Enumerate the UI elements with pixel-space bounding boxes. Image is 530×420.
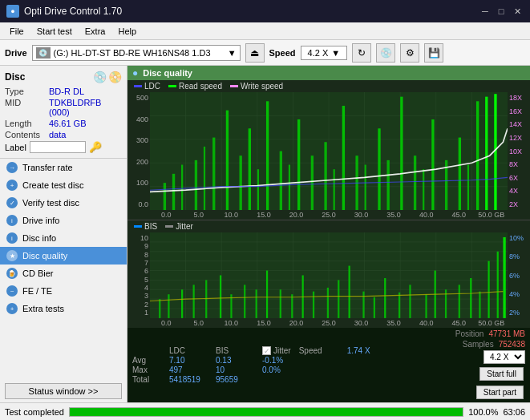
menu-start-test[interactable]: Start test bbox=[30, 25, 79, 38]
svg-rect-22 bbox=[257, 169, 259, 210]
drive-icon: 💿 bbox=[36, 47, 51, 59]
svg-rect-30 bbox=[342, 106, 345, 210]
svg-rect-88 bbox=[470, 278, 471, 318]
disc-title: Disc bbox=[5, 71, 25, 83]
speed-select-bottom[interactable]: 4.2 X bbox=[483, 350, 525, 364]
statusbar: Test completed 100.0% 63:06 bbox=[0, 402, 530, 420]
minimize-btn[interactable]: ─ bbox=[479, 5, 492, 18]
svg-rect-15 bbox=[181, 165, 183, 211]
stats-table: LDC BIS ✓ Jitter Speed 1.74 X Avg 7.10 0… bbox=[132, 346, 449, 384]
top-chart-block: LDC Read speed Write speed 5004003002001… bbox=[127, 80, 530, 220]
progress-bar-container bbox=[69, 407, 463, 417]
svg-rect-79 bbox=[362, 292, 364, 318]
drive-label: Drive bbox=[5, 48, 27, 58]
label-icon-btn[interactable]: 🔑 bbox=[89, 141, 102, 153]
svg-rect-38 bbox=[431, 119, 434, 210]
jitter-checkbox[interactable]: ✓ bbox=[262, 346, 271, 355]
nav-cd-bier[interactable]: 🍺 CD Bier bbox=[0, 265, 127, 282]
svg-rect-69 bbox=[244, 285, 245, 318]
speed-label: Speed bbox=[269, 48, 296, 58]
position-value: 47731 MB bbox=[488, 329, 525, 338]
svg-rect-32 bbox=[365, 165, 366, 211]
svg-rect-83 bbox=[409, 285, 411, 318]
nav-transfer-rate[interactable]: → Transfer rate bbox=[0, 159, 127, 176]
bottom-x-axis: 0.0 5.0 10.0 15.0 20.0 25.0 30.0 35.0 40… bbox=[127, 318, 530, 328]
settings-btn[interactable]: ⚙ bbox=[400, 43, 419, 63]
nav-icon-drive: i bbox=[6, 215, 18, 226]
svg-rect-14 bbox=[172, 174, 175, 210]
legend-write: Write speed bbox=[230, 82, 283, 91]
disc-icon1[interactable]: 💿 bbox=[93, 71, 107, 83]
status-window-btn[interactable]: Status window >> bbox=[5, 383, 122, 399]
menu-file[interactable]: File bbox=[3, 25, 30, 38]
svg-rect-70 bbox=[256, 289, 257, 318]
nav-icon-verify: ✓ bbox=[6, 197, 18, 208]
top-chart-svg-wrap bbox=[150, 92, 508, 210]
chart-header: ● Disc quality bbox=[127, 66, 530, 80]
svg-rect-64 bbox=[181, 289, 183, 318]
nav-label-transfer: Transfer rate bbox=[22, 163, 73, 172]
nav-icon-transfer: → bbox=[6, 162, 18, 173]
svg-rect-13 bbox=[164, 183, 166, 210]
nav-create-test-disc[interactable]: + Create test disc bbox=[0, 176, 127, 194]
disc-btn[interactable]: 💿 bbox=[376, 43, 395, 63]
svg-rect-62 bbox=[159, 299, 160, 318]
nav-drive-info[interactable]: i Drive info bbox=[0, 212, 127, 229]
svg-rect-66 bbox=[205, 280, 207, 318]
svg-rect-40 bbox=[459, 138, 461, 211]
main-layout: Disc 💿 📀 Type BD-R DL MID TDKBLDRFB (000… bbox=[0, 66, 530, 402]
app-icon: ● bbox=[6, 5, 19, 18]
bottom-legend: BIS Jitter bbox=[127, 220, 530, 232]
eject-btn[interactable]: ⏏ bbox=[245, 43, 265, 63]
close-btn[interactable]: ✕ bbox=[511, 5, 524, 18]
menu-extra[interactable]: Extra bbox=[79, 25, 112, 38]
legend-bis: BIS bbox=[134, 222, 157, 231]
svg-rect-28 bbox=[324, 142, 326, 210]
menu-help[interactable]: Help bbox=[111, 25, 143, 38]
top-chart-inner: 5004003002001000.0 bbox=[127, 92, 530, 210]
svg-rect-91 bbox=[497, 252, 499, 318]
nav-icon-disc-quality: ★ bbox=[6, 250, 18, 261]
svg-rect-41 bbox=[467, 165, 469, 211]
drive-select[interactable]: 💿 (G:) HL-DT-ST BD-RE WH16NS48 1.D3 ▼ bbox=[32, 45, 241, 61]
toolbar: Drive 💿 (G:) HL-DT-ST BD-RE WH16NS48 1.D… bbox=[0, 40, 530, 66]
top-y-axis-right: 18X16X14X12X10X8X6X4X2X bbox=[508, 92, 530, 210]
type-label: Type bbox=[5, 87, 49, 96]
svg-rect-24 bbox=[280, 151, 282, 211]
svg-rect-27 bbox=[311, 155, 314, 210]
nav-disc-info[interactable]: i Disc info bbox=[0, 229, 127, 247]
top-y-axis-left: 5004003002001000.0 bbox=[127, 92, 150, 210]
mid-value: TDKBLDRFB (000) bbox=[49, 98, 122, 117]
legend-jitter: Jitter bbox=[165, 222, 193, 231]
save-btn[interactable]: 💾 bbox=[424, 43, 443, 63]
svg-rect-20 bbox=[240, 155, 242, 210]
nav-fe-te[interactable]: ~ FE / TE bbox=[0, 282, 127, 300]
start-part-btn[interactable]: Start part bbox=[476, 386, 524, 399]
svg-rect-35 bbox=[400, 97, 403, 210]
speed-select[interactable]: 4.2 X▼ bbox=[301, 46, 348, 60]
refresh-btn[interactable]: ↻ bbox=[352, 43, 371, 63]
nav-icon-extra: + bbox=[6, 303, 18, 314]
right-controls: Position 47731 MB Samples 752438 4.2 X S… bbox=[455, 329, 525, 401]
svg-rect-19 bbox=[226, 111, 229, 210]
nav-disc-quality[interactable]: ★ Disc quality bbox=[0, 247, 127, 265]
svg-rect-84 bbox=[425, 294, 427, 318]
nav-icon-create: + bbox=[6, 180, 18, 191]
sidebar: Disc 💿 📀 Type BD-R DL MID TDKBLDRFB (000… bbox=[0, 66, 127, 402]
nav-verify-test-disc[interactable]: ✓ Verify test disc bbox=[0, 194, 127, 212]
svg-rect-72 bbox=[280, 289, 281, 318]
status-text: Test completed bbox=[5, 407, 64, 417]
svg-rect-16 bbox=[195, 160, 197, 210]
svg-rect-75 bbox=[313, 292, 314, 318]
svg-rect-77 bbox=[338, 280, 339, 318]
label-input[interactable] bbox=[30, 141, 86, 153]
start-full-btn[interactable]: Start full bbox=[479, 367, 524, 381]
svg-rect-33 bbox=[378, 128, 380, 210]
length-label: Length bbox=[5, 119, 49, 128]
svg-rect-17 bbox=[204, 147, 205, 210]
disc-icon2[interactable]: 📀 bbox=[108, 71, 122, 83]
nav-extra-tests[interactable]: + Extra tests bbox=[0, 300, 127, 317]
svg-rect-87 bbox=[459, 285, 460, 318]
contents-label: Contents bbox=[5, 130, 49, 139]
maximize-btn[interactable]: □ bbox=[495, 5, 508, 18]
